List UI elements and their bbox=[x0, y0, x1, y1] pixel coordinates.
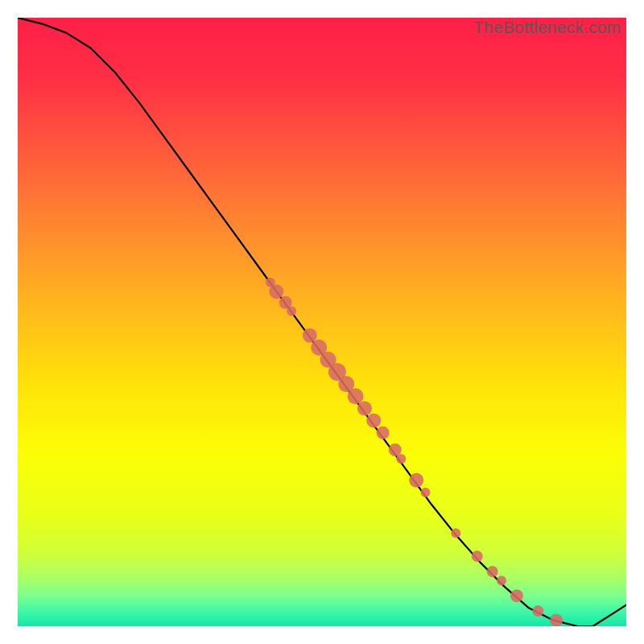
scatter-point bbox=[487, 566, 498, 577]
scatter-point bbox=[357, 401, 372, 415]
scatter-point bbox=[269, 284, 283, 299]
scatter-point bbox=[421, 488, 431, 497]
scatter-point bbox=[303, 328, 317, 343]
scatter-point bbox=[409, 473, 423, 488]
watermark-label: TheBottleneck.com bbox=[474, 18, 621, 37]
scatter-point bbox=[510, 589, 523, 602]
scatter-point bbox=[366, 413, 381, 427]
scatter-point bbox=[389, 444, 402, 456]
scatter-point bbox=[287, 306, 296, 316]
plot-area: TheBottleneck.com bbox=[18, 18, 626, 626]
scatter-point bbox=[451, 528, 460, 538]
scatter-point bbox=[348, 388, 364, 404]
scatter-point bbox=[497, 576, 506, 585]
scatter-point bbox=[377, 427, 390, 440]
scatter-point bbox=[472, 551, 483, 562]
scatter-point bbox=[550, 613, 563, 626]
scatter-point bbox=[396, 454, 406, 464]
bottleneck-curve bbox=[18, 18, 626, 626]
chart-container: TheBottleneck.com bbox=[0, 0, 644, 644]
scatter-points bbox=[266, 278, 563, 626]
scatter-point bbox=[532, 605, 543, 617]
curve-layer bbox=[18, 18, 626, 626]
